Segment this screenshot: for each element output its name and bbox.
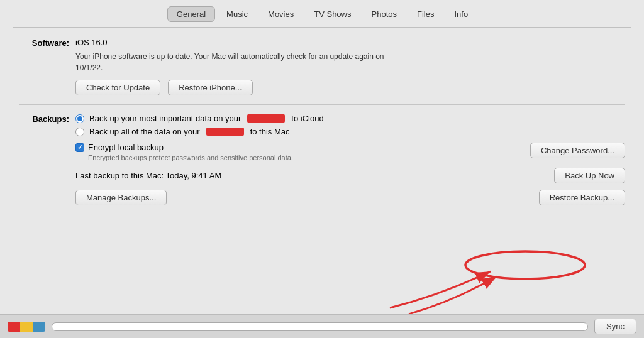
tab-general[interactable]: General <box>167 6 215 22</box>
encrypt-row: Encrypt local backup Encrypted backups p… <box>75 143 625 161</box>
color-bar <box>8 322 45 332</box>
mac-option-text2: to this Mac <box>250 127 290 136</box>
tab-movies[interactable]: Movies <box>259 7 303 21</box>
color-yellow <box>20 322 33 332</box>
bottom-btn-row: Manage Backups... Restore Backup... <box>75 190 625 205</box>
sync-button[interactable]: Sync <box>594 319 636 334</box>
mac-option-text1: Back up all of the data on your <box>89 127 200 136</box>
bottom-bar: Sync <box>0 314 644 338</box>
last-backup-row: Last backup to this Mac: Today, 9:41 AM … <box>75 168 625 183</box>
encrypt-checkbox[interactable] <box>75 143 84 152</box>
ios-version: iOS 16.0 <box>75 38 625 47</box>
encrypt-left: Encrypt local backup Encrypted backups p… <box>75 143 293 161</box>
icloud-radio[interactable] <box>75 114 84 123</box>
manage-backups-button[interactable]: Manage Backups... <box>75 190 167 205</box>
software-buttons: Check for Update Restore iPhone... <box>75 80 625 95</box>
icloud-option-text1: Back up your most important data on your <box>89 114 241 123</box>
tab-tv-shows[interactable]: TV Shows <box>305 7 360 21</box>
mac-backup-option[interactable]: Back up all of the data on your to this … <box>75 127 625 136</box>
backups-section: Backups: Back up your most important dat… <box>19 114 625 205</box>
redacted-device-name-1 <box>247 114 285 123</box>
tab-bar: General Music Movies TV Shows Photos Fil… <box>0 0 644 27</box>
mac-radio[interactable] <box>75 128 84 136</box>
icloud-backup-option[interactable]: Back up your most important data on your… <box>75 114 625 123</box>
encrypt-label: Encrypt local backup <box>88 143 164 152</box>
software-content: iOS 16.0 Your iPhone software is up to d… <box>75 38 625 95</box>
back-up-now-button[interactable]: Back Up Now <box>554 168 625 183</box>
backups-content: Back up your most important data on your… <box>75 114 625 205</box>
tab-files[interactable]: Files <box>408 7 443 21</box>
tab-music[interactable]: Music <box>218 7 257 21</box>
check-update-button[interactable]: Check for Update <box>75 80 160 95</box>
svg-point-0 <box>465 251 585 279</box>
software-label: Software: <box>19 38 75 48</box>
progress-track <box>52 322 588 331</box>
main-content: Software: iOS 16.0 Your iPhone software … <box>0 28 644 205</box>
last-backup-label: Last backup to this Mac: <box>75 171 164 180</box>
color-blue <box>33 322 45 332</box>
update-description: Your iPhone software is up to date. Your… <box>75 51 402 74</box>
software-section: Software: iOS 16.0 Your iPhone software … <box>19 38 625 95</box>
color-red <box>8 322 20 332</box>
last-backup-text: Last backup to this Mac: Today, 9:41 AM <box>75 171 221 180</box>
encrypt-subtitle: Encrypted backups protect passwords and … <box>88 154 293 161</box>
restore-iphone-button[interactable]: Restore iPhone... <box>168 80 252 95</box>
redacted-device-name-2 <box>206 128 244 136</box>
tab-photos[interactable]: Photos <box>363 7 406 21</box>
encrypt-checkbox-row[interactable]: Encrypt local backup <box>75 143 293 152</box>
change-password-button[interactable]: Change Password... <box>530 143 625 158</box>
icloud-option-text2: to iCloud <box>291 114 323 123</box>
backups-label: Backups: <box>19 114 75 124</box>
tab-info[interactable]: Info <box>445 7 477 21</box>
restore-backup-button[interactable]: Restore Backup... <box>539 190 625 205</box>
last-backup-value: Today, 9:41 AM <box>166 171 222 180</box>
section-divider <box>19 104 625 105</box>
